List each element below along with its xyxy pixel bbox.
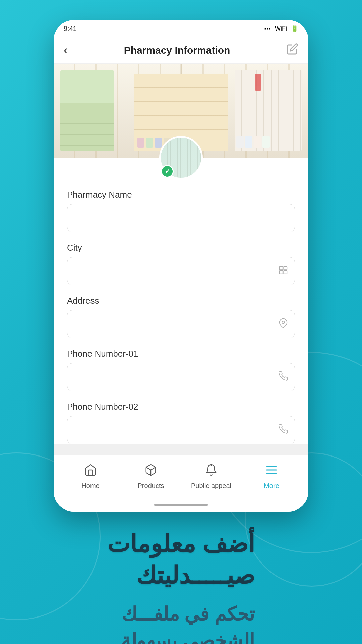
public-appeal-label: Public appeal [191,482,231,490]
form-area: Pharmacy Name City [54,179,308,444]
phone1-input-row [67,363,295,391]
arabic-subtitle: تحكم في ملفـــك الشخصي بسهولة [107,601,255,644]
city-input-row [67,257,295,285]
home-bar [154,504,208,506]
nav-bar: ‹ Pharmacy Information [54,37,308,64]
back-button[interactable]: ‹ [64,43,68,57]
pharmacy-name-field: Pharmacy Name [67,190,295,232]
battery-icon: 🔋 [291,25,298,32]
arabic-title: أضف معلومات صيـــــدليتك [107,528,255,591]
phone2-label: Phone Number-02 [67,401,295,412]
signal-icon: ▪▪▪ [264,25,271,32]
products-label: Products [138,482,164,490]
home-indicator [54,498,308,512]
home-label: Home [81,482,99,490]
address-input[interactable] [67,310,295,338]
address-input-row [67,310,295,338]
status-bar: 9:41 ▪▪▪ WiFi 🔋 [54,20,308,37]
products-icon [144,464,157,479]
shelf-right [235,70,302,151]
phone-frame: 9:41 ▪▪▪ WiFi 🔋 ‹ Pharmacy Information [54,20,308,512]
pharmacy-name-input-row [67,204,295,232]
nav-item-more[interactable]: More [241,464,302,490]
home-icon [84,464,97,479]
phone2-field: Phone Number-02 [67,401,295,444]
wifi-icon: WiFi [275,25,287,32]
check-icon: ✓ [165,168,170,175]
pharmacy-name-label: Pharmacy Name [67,190,295,200]
avatar-wrapper: ✓ [159,136,203,179]
arabic-subtitle-line2: الشخصي بسهولة [121,630,255,644]
avatar-container: ✓ [54,158,308,179]
city-label: City [67,243,295,253]
arabic-title-line2: صيـــــدليتك [136,562,255,589]
nav-item-products[interactable]: Products [121,464,181,490]
time: 9:41 [64,25,77,33]
address-field: Address [67,296,295,338]
arabic-section: أضف معلومات صيـــــدليتك تحكم في ملفـــك… [80,528,282,644]
arabic-title-line1: أضف معلومات [107,530,255,557]
nav-item-home[interactable]: Home [60,464,121,490]
page-title: Pharmacy Information [124,45,230,56]
phone2-input-row [67,416,295,444]
verified-badge: ✓ [161,165,174,178]
phone2-input[interactable] [67,416,295,444]
bottom-nav: Home Products Public appea [54,454,308,498]
public-appeal-icon [205,464,218,479]
arabic-subtitle-line1: تحكم في ملفـــك [122,603,255,625]
more-icon [265,464,278,479]
pharmacy-name-input[interactable] [67,204,295,232]
shelf-left [60,70,114,151]
address-label: Address [67,296,295,306]
fire-extinguisher [255,74,261,91]
phone1-field: Phone Number-01 [67,348,295,391]
more-label: More [264,482,279,490]
city-input[interactable] [67,257,295,285]
phone1-input[interactable] [67,363,295,391]
nav-item-public-appeal[interactable]: Public appeal [181,464,241,490]
status-icons: ▪▪▪ WiFi 🔋 [264,25,298,32]
city-field: City [67,243,295,285]
edit-button[interactable] [286,43,298,57]
phone1-label: Phone Number-01 [67,348,295,359]
